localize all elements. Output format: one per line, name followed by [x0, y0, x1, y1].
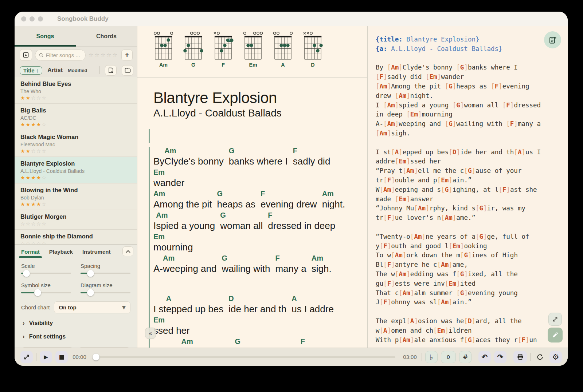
star-empty-icon: ☆: [31, 241, 36, 244]
slider-thumb[interactable]: [34, 289, 41, 296]
rating-stars[interactable]: ★★★★☆: [20, 175, 131, 181]
chord-label[interactable]: F: [293, 147, 330, 156]
redo-button[interactable]: ↷: [494, 351, 506, 363]
new-file-button[interactable]: [105, 65, 117, 76]
chord-label[interactable]: [153, 147, 164, 156]
import-songs-button[interactable]: [20, 49, 32, 61]
slider-track[interactable]: [81, 273, 130, 274]
chord-label[interactable]: A: [166, 294, 224, 304]
chord-label[interactable]: Am: [163, 254, 216, 263]
playback-slider[interactable]: [94, 356, 395, 358]
stop-button[interactable]: ■: [55, 351, 68, 363]
chord-label[interactable]: Em: [153, 316, 190, 325]
play-button[interactable]: ▶: [40, 351, 52, 363]
settings-button[interactable]: ⚙: [549, 351, 562, 363]
chord-label[interactable]: [153, 211, 156, 220]
minimize-traffic-light[interactable]: [30, 16, 35, 21]
print-button[interactable]: [513, 351, 527, 363]
format-tab-instrument[interactable]: Instrument: [82, 249, 111, 255]
sort-by-title-button[interactable]: Title ↑: [20, 66, 42, 75]
chord-label[interactable]: Am: [322, 190, 345, 199]
playback-slider-thumb[interactable]: [93, 353, 99, 360]
tab-songs[interactable]: Songs: [15, 26, 76, 46]
transpose-sharp-button[interactable]: #: [459, 351, 472, 363]
maximize-traffic-light[interactable]: [38, 16, 43, 21]
star-filled-icon: ★: [26, 175, 31, 181]
song-list-item[interactable]: Behind Blue EyesThe Who★★☆☆☆: [15, 77, 137, 104]
expand-editor-button[interactable]: [548, 313, 562, 326]
format-tab-playback[interactable]: Playback: [49, 249, 73, 255]
chord-label[interactable]: Em: [153, 233, 193, 242]
chord-label[interactable]: Am: [153, 190, 212, 199]
chord-label[interactable]: G: [217, 190, 255, 199]
chord-label[interactable]: G: [235, 337, 296, 347]
transpose-flat-button[interactable]: ♭: [425, 351, 438, 363]
chord-label[interactable]: [153, 254, 163, 263]
rating-stars[interactable]: ☆☆☆☆☆: [20, 241, 131, 244]
star-filter[interactable]: ☆☆☆☆☆: [89, 52, 118, 58]
chord-label[interactable]: G: [222, 254, 270, 263]
song-list-item[interactable]: Blowing in the WindBob Dylan★★★★☆: [15, 183, 137, 210]
format-tab-format[interactable]: Format: [21, 249, 40, 255]
lyric-segment: Gwoman all: [220, 211, 263, 231]
star-empty-icon: ☆: [31, 148, 36, 154]
chord-label[interactable]: Am: [164, 147, 224, 156]
section-font-settings[interactable]: ›Font settings: [21, 333, 130, 340]
slider-track[interactable]: [21, 292, 71, 293]
chord-label[interactable]: Em: [153, 168, 184, 177]
song-list-item[interactable]: Blantyre ExplosionA.L.Lloyd - Coaldust B…: [15, 157, 137, 183]
chordpro-editor-panel[interactable]: {title: Blantyre Explosion}{a: A.L.Lloyd…: [368, 26, 568, 348]
song-list-item[interactable]: Big BallsAC/DC★★★★☆: [15, 104, 137, 130]
close-traffic-light[interactable]: [21, 16, 26, 21]
rating-stars[interactable]: ☆☆☆☆☆: [20, 221, 131, 227]
fullscreen-button[interactable]: [20, 351, 33, 363]
slider-thumb[interactable]: [23, 270, 30, 277]
rating-stars[interactable]: ★★★★☆: [20, 122, 131, 127]
chord-label[interactable]: D: [228, 294, 286, 304]
chord-label[interactable]: G: [220, 211, 263, 220]
chord-label[interactable]: [153, 294, 166, 304]
undo-button[interactable]: ↶: [478, 351, 491, 363]
open-folder-button[interactable]: [122, 65, 133, 76]
song-list-item[interactable]: Blutiger Morgen☆☆☆☆☆: [15, 210, 137, 230]
chord-label[interactable]: [153, 337, 181, 347]
chord-label[interactable]: G: [229, 147, 288, 156]
sync-button[interactable]: [534, 351, 546, 363]
chord-label[interactable]: Am: [312, 254, 332, 263]
add-song-button[interactable]: +: [121, 50, 133, 61]
chord-chart-select[interactable]: On top ▼: [54, 301, 130, 313]
chord-label[interactable]: F: [261, 190, 317, 199]
lyric-text: ause of your tr: [235, 347, 296, 348]
divider: [510, 353, 510, 361]
star-empty-icon: ☆: [26, 241, 31, 244]
slider-thumb[interactable]: [87, 270, 94, 277]
rating-stars[interactable]: ★★☆☆☆: [20, 148, 131, 154]
chordpro-source[interactable]: {title: Blantyre Explosion}{a: A.L.Lloyd…: [376, 35, 561, 345]
chord-label[interactable]: F: [301, 337, 350, 347]
song-list-item[interactable]: Black Magic WomanFleetwood Mac★★☆☆☆: [15, 130, 137, 157]
chord-label[interactable]: A: [292, 294, 334, 304]
transpose-value[interactable]: 0: [441, 351, 456, 363]
rating-stars[interactable]: ★★☆☆☆: [20, 95, 131, 101]
chord-label[interactable]: F: [268, 211, 335, 220]
collapse-panel-button[interactable]: [122, 246, 133, 256]
sort-by-modified-button[interactable]: Modified: [68, 68, 87, 73]
chord-label[interactable]: F: [275, 254, 306, 263]
chord-label[interactable]: Am: [181, 337, 230, 347]
tab-chords[interactable]: Chords: [76, 26, 137, 46]
slider-thumb[interactable]: [87, 289, 94, 296]
pencil-icon: [552, 332, 558, 338]
edit-button[interactable]: [548, 328, 563, 342]
song-list-item[interactable]: Bonnie ship the Diamond☆☆☆☆☆: [15, 230, 137, 244]
chord-label[interactable]: Am: [156, 211, 215, 220]
slider-track[interactable]: [21, 273, 71, 274]
section-visibility[interactable]: ›Visibility: [21, 320, 130, 327]
slider-track[interactable]: [81, 292, 130, 293]
add-note-button[interactable]: [544, 31, 561, 48]
star-filled-icon: ★: [20, 175, 26, 181]
collapse-sidebar-button[interactable]: «: [145, 328, 156, 339]
rating-stars[interactable]: ★★★★☆: [20, 201, 131, 207]
search-input[interactable]: [46, 52, 82, 58]
sort-by-artist-button[interactable]: Artist: [47, 67, 63, 74]
slider-label: Scale: [21, 263, 71, 269]
